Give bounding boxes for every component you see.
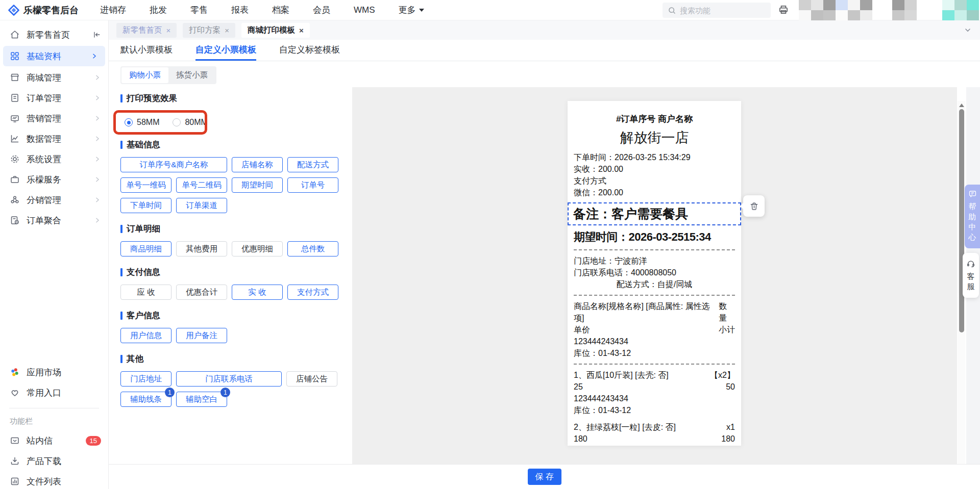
nav-item-wholesale[interactable]: 批发 xyxy=(150,4,167,16)
receipt-item-2[interactable]: 2、挂绿荔枝[一粒] [去皮: 否]x1 180180 123444243434… xyxy=(574,421,735,446)
chip-goods-detail[interactable]: 商品明细 xyxy=(120,241,172,256)
global-search[interactable] xyxy=(663,3,771,18)
receipt-location[interactable]: 库位：01-43-12 xyxy=(574,347,735,359)
receipt-paid[interactable]: 实收：200.00 xyxy=(574,163,735,175)
receipt-divider xyxy=(574,295,735,296)
chip-aux-line[interactable]: 辅助线条1 xyxy=(120,392,172,407)
receipt-type-toggle: 购物小票 拣货小票 xyxy=(120,66,216,84)
receipt-item-1[interactable]: 1、西瓜[10斤装] [去壳: 否]【x2】 2550 123444243434… xyxy=(574,369,735,416)
sidebar-item-data-management[interactable]: 数据管理 xyxy=(0,128,108,149)
receipt-order-time[interactable]: 下单时间：2026-03-25 15:34:29 xyxy=(574,151,735,163)
sidebar-item-marketing-management[interactable]: 营销管理 xyxy=(0,108,108,128)
scrollbar-thumb[interactable] xyxy=(959,109,964,332)
sidebar-item-distribution-management[interactable]: 分销管理 xyxy=(0,190,108,210)
pinwheel-icon xyxy=(10,367,20,377)
sidebar-item-system-settings[interactable]: 系统设置 xyxy=(0,149,108,169)
nav-item-archives[interactable]: 档案 xyxy=(272,4,289,16)
save-button[interactable]: 保 存 xyxy=(528,469,561,485)
chip-barcode-1d[interactable]: 单号一维码 xyxy=(120,177,172,193)
subtab-default-receipt[interactable]: 默认小票模板 xyxy=(120,40,173,61)
chip-user-note[interactable]: 用户备注 xyxy=(176,328,227,343)
nav-item-more[interactable]: 更多 xyxy=(399,4,424,16)
receipt-wechat[interactable]: 微信：200.00 xyxy=(574,187,735,198)
tabs-dropdown-icon[interactable] xyxy=(964,26,972,34)
receipt-store-address[interactable]: 门店地址：宁波前洋 xyxy=(574,255,735,267)
chip-discount-total[interactable]: 优惠合计 xyxy=(176,285,227,300)
sidebar-item-mall-management[interactable]: 商城管理 xyxy=(0,67,108,88)
tab-mall-print-template[interactable]: 商城打印模板× xyxy=(241,23,310,38)
chip-total-count[interactable]: 总件数 xyxy=(287,241,338,256)
sidebar-item-favorites[interactable]: 常用入口 xyxy=(0,382,108,403)
chip-receivable[interactable]: 应 收 xyxy=(120,285,172,300)
chip-other-fee[interactable]: 其他费用 xyxy=(176,241,227,256)
chip-order-no[interactable]: 订单号 xyxy=(287,177,338,193)
receipt-col-header-2[interactable]: 单价小计 xyxy=(574,324,735,336)
chip-discount-detail[interactable]: 优惠明细 xyxy=(232,241,283,256)
scroll-up-arrow-icon[interactable] xyxy=(959,104,964,107)
chip-aux-blank[interactable]: 辅助空白1 xyxy=(176,392,227,407)
receipt-col-header[interactable]: 商品名称[规格名称] [商品属性: 属性选项]数量 xyxy=(574,300,735,324)
sidebar-item-basic-data[interactable]: 基础资料 xyxy=(3,46,105,66)
redacted-avatar-2 xyxy=(892,0,917,20)
receipt-store-name[interactable]: 解放街一店 xyxy=(574,128,735,147)
chip-pay-method[interactable]: 支付方式 xyxy=(287,285,338,300)
nav-item-members[interactable]: 会员 xyxy=(313,4,330,16)
receipt-delivery[interactable]: 配送方式：自提/同城 xyxy=(574,278,735,290)
subtab-custom-label[interactable]: 自定义标签模板 xyxy=(279,40,340,61)
sidebar-item-app-market[interactable]: 应用市场 xyxy=(0,362,108,382)
receipt-store-phone[interactable]: 门店联系电话：4000808050 xyxy=(574,267,735,278)
sidebar-item-inbox[interactable]: 站内信 15 xyxy=(0,430,108,451)
chip-order-channel[interactable]: 订单渠道 xyxy=(176,198,227,213)
lemon-logo-icon xyxy=(8,5,19,16)
close-icon[interactable]: × xyxy=(299,26,304,35)
nav-item-reports[interactable]: 报表 xyxy=(231,4,249,16)
toggle-shopping-receipt[interactable]: 购物小票 xyxy=(121,67,168,83)
close-icon[interactable]: × xyxy=(166,26,171,35)
sidebar-item-file-list[interactable]: 文件列表 xyxy=(0,471,108,489)
receipt-sku[interactable]: 123444243434 xyxy=(574,336,735,347)
chip-paid[interactable]: 实 收 xyxy=(232,285,283,300)
receipt-expect-time[interactable]: 期望时间：2026-03-2515:34 xyxy=(574,229,735,245)
search-input[interactable] xyxy=(680,6,762,15)
receipt-canvas[interactable]: #订单序号 商户名称 解放街一店 下单时间：2026-03-25 15:34:2… xyxy=(568,101,741,446)
tab-print-plan[interactable]: 打印方案× xyxy=(183,23,235,38)
order-detail-chips: 商品明细 其他费用 优惠明细 总件数 xyxy=(120,241,349,262)
sidebar-item-lemon-services[interactable]: 乐檬服务 xyxy=(0,169,108,190)
chip-store-notice[interactable]: 店铺公告 xyxy=(286,371,337,387)
home-icon xyxy=(10,30,20,40)
close-icon[interactable]: × xyxy=(225,26,229,35)
chip-expect-time[interactable]: 期望时间 xyxy=(232,177,283,193)
subtab-custom-receipt[interactable]: 自定义小票模板 xyxy=(195,40,256,61)
receipt-header-tag[interactable]: #订单序号 商户名称 xyxy=(574,113,735,125)
chevron-right-icon xyxy=(94,94,101,101)
chip-order-seq-merchant-name[interactable]: 订单序号&商户名称 xyxy=(120,157,227,172)
collapse-sidebar-icon[interactable] xyxy=(92,30,101,39)
radio-80mm[interactable]: 80MM xyxy=(173,118,207,127)
receipt-pay-method[interactable]: 支付方式 xyxy=(574,175,735,187)
marketing-icon xyxy=(10,113,20,123)
chip-user-info[interactable]: 用户信息 xyxy=(120,328,172,343)
tab-new-retail-home[interactable]: 新零售首页× xyxy=(116,23,177,38)
customer-service-tab[interactable]: 客服 xyxy=(963,253,979,298)
help-center-tab[interactable]: 帮助中心 xyxy=(965,185,980,248)
chip-store-name[interactable]: 店铺名称 xyxy=(232,157,283,172)
chip-delivery-method[interactable]: 配送方式 xyxy=(287,157,338,172)
sidebar-item-product-download[interactable]: 产品下载 xyxy=(0,451,108,471)
store-icon xyxy=(10,72,20,83)
chip-qrcode-2d[interactable]: 单号二维码 xyxy=(176,177,227,193)
nav-item-wms[interactable]: WMS xyxy=(354,4,375,16)
sidebar-item-order-management[interactable]: 订单管理 xyxy=(0,88,108,108)
print-button[interactable] xyxy=(778,4,789,17)
nav-item-inventory[interactable]: 进销存 xyxy=(100,4,126,16)
chip-store-phone[interactable]: 门店联系电话 xyxy=(176,371,282,387)
sidebar-item-order-aggregation[interactable]: 订单聚合 xyxy=(0,210,108,230)
nav-item-retail[interactable]: 零售 xyxy=(190,4,208,16)
delete-element-button[interactable] xyxy=(743,195,765,217)
chip-order-time[interactable]: 下单时间 xyxy=(120,198,172,213)
radio-58mm[interactable]: 58MM xyxy=(125,118,159,127)
brand-logo[interactable]: 乐檬零售后台 xyxy=(0,4,79,16)
sidebar-item-home[interactable]: 新零售首页 xyxy=(0,24,108,45)
toggle-picking-receipt[interactable]: 拣货小票 xyxy=(168,67,215,83)
receipt-note-selected[interactable]: 备注：客户需要餐具 xyxy=(568,202,741,225)
chip-store-address[interactable]: 门店地址 xyxy=(120,371,172,387)
